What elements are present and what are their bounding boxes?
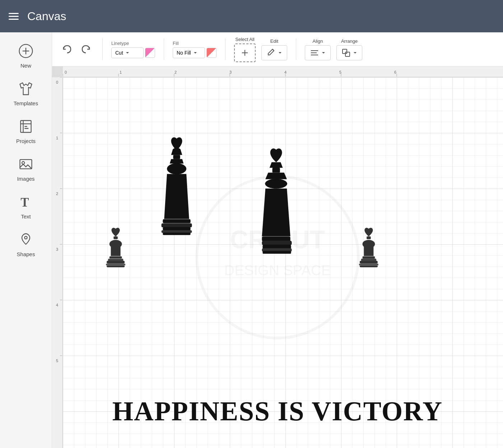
undo-redo-group	[59, 41, 94, 57]
menu-button[interactable]	[9, 13, 19, 20]
svg-rect-78	[361, 259, 376, 261]
content-area: Linetype Cut Fill No Fill	[52, 32, 503, 448]
header: Canvas	[0, 0, 503, 32]
svg-rect-53	[106, 263, 125, 265]
svg-rect-81	[360, 265, 378, 267]
fill-group: Fill No Fill	[173, 41, 216, 58]
tshirt-icon	[17, 80, 34, 97]
svg-rect-82	[363, 256, 375, 257]
svg-rect-61	[163, 227, 190, 231]
sidebar-label-templates: Templates	[14, 100, 38, 106]
undo-button[interactable]	[59, 41, 75, 57]
separator-3	[225, 38, 225, 60]
linetype-color-swatch[interactable]	[145, 48, 155, 58]
fill-select[interactable]: No Fill	[173, 47, 205, 58]
svg-rect-57	[173, 155, 180, 159]
arrange-button[interactable]	[336, 45, 362, 60]
arrange-group: Arrange	[336, 38, 362, 60]
sidebar-item-shapes[interactable]: Shapes	[0, 225, 52, 262]
fill-color-swatch[interactable]	[206, 48, 216, 58]
svg-rect-72	[262, 251, 291, 254]
linetype-select[interactable]: Cut	[111, 47, 144, 58]
image-icon	[17, 156, 34, 173]
edit-group: Edit	[261, 38, 287, 60]
plus-circle-icon	[17, 42, 34, 60]
bookmark-icon	[17, 118, 34, 135]
svg-rect-74	[367, 236, 371, 239]
separator-4	[296, 38, 296, 60]
align-button[interactable]	[305, 45, 331, 60]
fill-label: Fill	[173, 41, 216, 46]
svg-rect-76	[364, 244, 373, 256]
toolbar: Linetype Cut Fill No Fill	[52, 32, 503, 66]
ruler-corner	[52, 66, 63, 77]
select-all-button[interactable]	[234, 43, 256, 62]
svg-rect-16	[343, 49, 347, 54]
svg-rect-65	[162, 223, 192, 223]
svg-rect-80	[359, 263, 378, 265]
shapes-icon	[17, 231, 34, 248]
sidebar-label-shapes: Shapes	[17, 251, 35, 257]
svg-rect-17	[345, 52, 350, 56]
canvas-area[interactable]: 0 1 2 3 4 5 6	[52, 66, 503, 448]
sidebar-label-new: New	[20, 63, 31, 69]
edit-button[interactable]	[261, 45, 287, 60]
linetype-group: Linetype Cut	[111, 41, 155, 58]
sidebar-label-text: Text	[21, 213, 31, 220]
svg-rect-68	[262, 236, 290, 241]
svg-rect-64	[163, 219, 190, 220]
svg-rect-60	[162, 223, 192, 227]
sidebar-label-projects: Projects	[16, 138, 36, 144]
text-icon: T	[17, 193, 34, 211]
svg-rect-47	[113, 236, 118, 239]
fill-value: No Fill	[177, 50, 191, 56]
svg-rect-79	[360, 261, 378, 264]
sidebar-item-templates[interactable]: Templates	[0, 74, 52, 111]
svg-point-58	[167, 163, 186, 174]
align-label: Align	[313, 38, 323, 44]
svg-rect-56	[108, 258, 123, 259]
svg-rect-51	[108, 259, 123, 261]
select-all-group: Select All	[234, 37, 256, 62]
svg-rect-62	[162, 230, 192, 233]
svg-rect-55	[110, 256, 122, 257]
svg-rect-73	[262, 236, 290, 237]
select-all-label: Select All	[235, 37, 254, 42]
edit-label: Edit	[270, 38, 278, 44]
sidebar-item-new[interactable]: New	[0, 36, 52, 74]
svg-rect-63	[163, 232, 190, 235]
fill-select-row: No Fill	[173, 47, 216, 58]
redo-button[interactable]	[78, 41, 94, 57]
svg-rect-66	[273, 168, 280, 173]
linetype-value: Cut	[115, 50, 123, 56]
sidebar: New Templates Projects	[0, 32, 52, 448]
canvas-text: HAPPINESS IS VICTORY	[112, 396, 443, 426]
svg-line-12	[273, 49, 274, 51]
sidebar-item-images[interactable]: Images	[0, 149, 52, 187]
svg-rect-77	[363, 256, 375, 259]
svg-rect-59	[163, 219, 190, 223]
app-title: Canvas	[27, 10, 66, 23]
svg-rect-69	[262, 241, 292, 246]
align-group: Align	[305, 38, 331, 60]
arrange-label: Arrange	[341, 38, 358, 44]
svg-rect-50	[110, 256, 122, 259]
chess-artwork: HAPPINESS IS VICTORY	[52, 66, 503, 448]
sidebar-item-projects[interactable]: Projects	[0, 111, 52, 149]
separator-1	[102, 38, 103, 60]
sidebar-label-images: Images	[17, 176, 34, 182]
svg-point-9	[24, 236, 27, 239]
svg-rect-52	[107, 261, 125, 264]
linetype-label: Linetype	[111, 41, 155, 46]
svg-text:T: T	[20, 195, 29, 209]
svg-point-67	[265, 179, 287, 189]
separator-2	[164, 38, 164, 60]
svg-rect-54	[107, 265, 125, 267]
svg-rect-49	[111, 244, 121, 256]
sidebar-item-text[interactable]: T Text	[0, 187, 52, 225]
linetype-select-row: Cut	[111, 47, 155, 58]
main-layout: New Templates Projects	[0, 32, 503, 448]
